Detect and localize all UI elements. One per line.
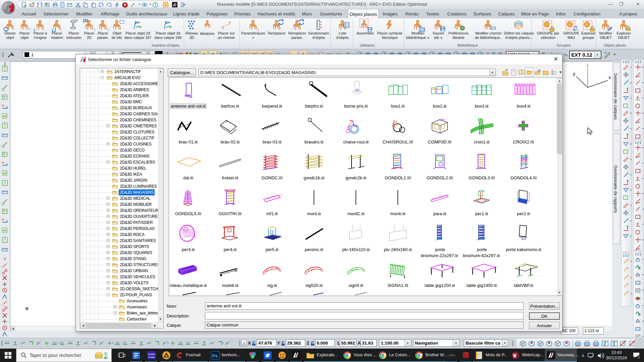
svg-text:amazon: amazon <box>148 353 156 355</box>
svg-text:y: y <box>573 71 576 76</box>
svg-text:m²: m² <box>3 172 7 175</box>
svg-text:?: ? <box>4 124 6 128</box>
svg-text:?: ? <box>4 67 6 71</box>
svg-text:?: ? <box>4 181 6 185</box>
svg-text:1: 1 <box>638 356 640 359</box>
svg-text:Ps: Ps <box>212 353 218 358</box>
svg-text:m²: m² <box>3 115 7 118</box>
svg-text:CADPro: CADPro <box>448 354 455 356</box>
svg-text:m²: m² <box>3 229 7 232</box>
svg-text:z: z <box>586 62 589 68</box>
svg-text:music: music <box>148 356 155 359</box>
svg-text:MERCATON FAMILLE: MERCATON FAMILLE <box>266 193 283 199</box>
svg-text:?: ? <box>4 238 6 242</box>
svg-text:x: x <box>608 74 611 80</box>
